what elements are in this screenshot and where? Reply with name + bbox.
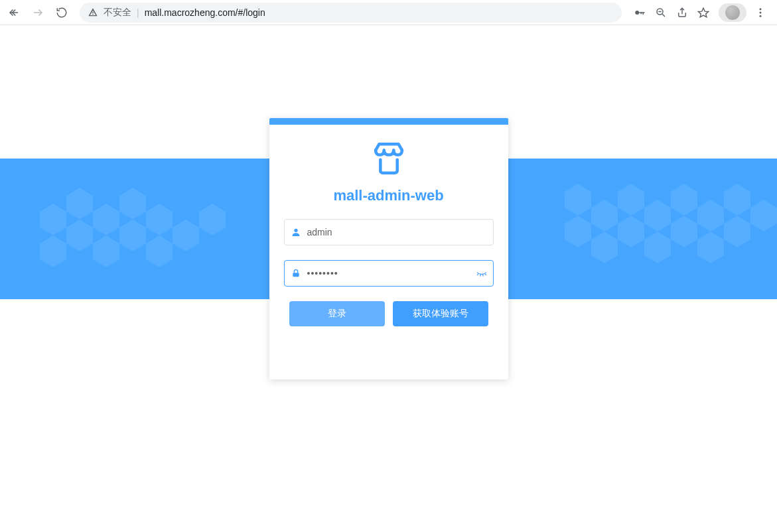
svg-point-41 <box>294 229 297 232</box>
svg-marker-24 <box>173 220 199 251</box>
not-secure-label: 不安全 <box>104 7 131 19</box>
login-card: mall-admin-web 登录 获取体验账号 <box>269 118 508 379</box>
svg-marker-38 <box>644 232 671 263</box>
svg-marker-10 <box>699 8 709 17</box>
share-icon <box>676 7 688 19</box>
svg-marker-16 <box>93 204 119 235</box>
profile-button[interactable] <box>719 3 746 22</box>
svg-line-46 <box>485 274 486 275</box>
svg-marker-27 <box>591 200 618 232</box>
svg-marker-34 <box>618 216 644 247</box>
get-trial-button[interactable]: 获取体验账号 <box>393 301 488 326</box>
svg-marker-26 <box>565 184 591 216</box>
bookmark-button[interactable] <box>693 3 713 23</box>
svg-marker-30 <box>671 184 697 216</box>
arrow-right-icon <box>32 7 44 19</box>
avatar-icon <box>725 5 740 20</box>
svg-marker-18 <box>119 220 146 251</box>
zoom-button[interactable] <box>651 3 671 23</box>
svg-rect-4 <box>639 12 644 13</box>
user-icon <box>285 227 307 237</box>
lock-icon <box>285 268 307 279</box>
svg-marker-36 <box>724 216 750 247</box>
url-text: mall.macrozheng.com/#/login <box>145 7 265 18</box>
svg-marker-20 <box>66 188 93 220</box>
svg-marker-35 <box>671 216 697 247</box>
address-bar[interactable]: 不安全 | mall.macrozheng.com/#/login <box>80 3 622 23</box>
button-row: 登录 获取体验账号 <box>269 301 508 326</box>
hex-pattern-left <box>0 159 252 299</box>
login-button[interactable]: 登录 <box>289 301 385 326</box>
svg-line-8 <box>662 14 665 17</box>
password-input[interactable] <box>307 261 470 286</box>
browser-right-icons <box>630 3 770 23</box>
svg-line-44 <box>480 275 480 277</box>
svg-rect-6 <box>641 12 642 14</box>
username-input[interactable] <box>307 220 493 245</box>
password-field[interactable] <box>284 260 494 287</box>
svg-marker-31 <box>697 200 724 232</box>
svg-point-3 <box>635 11 639 15</box>
svg-rect-5 <box>643 12 644 15</box>
svg-marker-19 <box>146 204 173 235</box>
svg-marker-32 <box>724 184 750 216</box>
page-viewport: mall-admin-web 登录 获取体验账号 <box>0 25 777 532</box>
svg-marker-33 <box>565 216 591 247</box>
svg-point-11 <box>760 8 762 10</box>
storefront-icon <box>370 139 408 178</box>
svg-line-43 <box>477 274 478 275</box>
share-button[interactable] <box>672 3 692 23</box>
star-icon <box>697 7 709 19</box>
browser-toolbar: 不安全 | mall.macrozheng.com/#/login <box>0 0 777 25</box>
svg-point-13 <box>760 15 762 17</box>
app-title: mall-admin-web <box>269 187 508 204</box>
key-icon <box>634 7 646 19</box>
svg-marker-28 <box>618 184 644 216</box>
svg-marker-39 <box>697 232 724 263</box>
svg-point-12 <box>760 11 762 13</box>
svg-marker-37 <box>591 232 618 263</box>
reload-icon <box>56 7 68 19</box>
not-secure-icon <box>88 7 98 18</box>
svg-marker-29 <box>644 200 671 232</box>
svg-marker-22 <box>93 235 119 267</box>
password-key-button[interactable] <box>630 3 650 23</box>
forward-button[interactable] <box>28 3 48 23</box>
kebab-icon <box>754 7 766 19</box>
svg-marker-15 <box>66 220 93 251</box>
menu-button[interactable] <box>750 3 770 23</box>
zoom-out-icon <box>655 7 667 19</box>
card-accent-bar <box>269 118 508 125</box>
back-button[interactable] <box>4 3 24 23</box>
svg-marker-23 <box>146 235 173 267</box>
svg-rect-42 <box>293 273 299 277</box>
svg-marker-21 <box>40 235 66 267</box>
reload-button[interactable] <box>52 3 72 23</box>
svg-line-45 <box>482 275 483 277</box>
svg-marker-17 <box>119 188 146 220</box>
hex-pattern-right <box>525 159 777 299</box>
separator: | <box>137 7 139 18</box>
svg-marker-40 <box>750 200 777 232</box>
svg-marker-25 <box>199 204 226 235</box>
svg-marker-14 <box>40 204 66 235</box>
toggle-password-button[interactable] <box>470 267 493 279</box>
eye-closed-icon <box>476 267 488 279</box>
app-logo <box>269 139 508 178</box>
username-field[interactable] <box>284 219 494 245</box>
